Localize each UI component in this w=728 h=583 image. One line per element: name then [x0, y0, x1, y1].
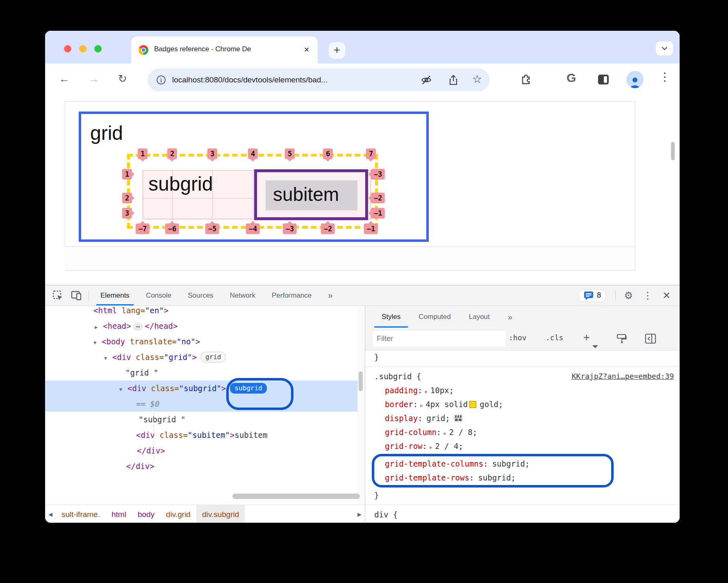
- stylesheet-source-link[interactable]: KKrajpZ?ani…pe=embed:39: [572, 369, 674, 383]
- collapse-icon[interactable]: ▼: [104, 351, 112, 366]
- toggle-element-classes[interactable]: .cls: [546, 333, 563, 342]
- tab-close-icon[interactable]: ✕: [301, 45, 312, 55]
- rule-separator: [365, 367, 680, 367]
- breadcrumb-item-iframe[interactable]: sult-iframe.: [56, 505, 106, 523]
- more-sidebar-tabs-icon[interactable]: »: [499, 306, 521, 328]
- dom-row-grid-text[interactable]: "grid ": [45, 365, 365, 380]
- grid-badge[interactable]: grid: [201, 352, 226, 362]
- grid-editor-icon[interactable]: [453, 414, 463, 422]
- share-icon[interactable]: [448, 74, 459, 86]
- dom-row-head[interactable]: ▶<head>⋯</head>: [45, 318, 365, 334]
- tab-sources[interactable]: Sources: [180, 285, 221, 305]
- dom-row-div-subgrid-selected[interactable]: ▼<div class="subgrid">subgrid: [45, 380, 365, 396]
- grid-label: grid: [90, 122, 123, 144]
- page-scrollbar-thumb[interactable]: [671, 142, 675, 160]
- breadcrumb-item-body[interactable]: body: [132, 505, 160, 523]
- back-button[interactable]: ←: [59, 73, 70, 85]
- profile-avatar[interactable]: [626, 71, 644, 88]
- css-property-display[interactable]: display:grid;: [365, 411, 680, 425]
- browser-tab[interactable]: Badges reference - Chrome De ✕: [131, 36, 318, 64]
- inspect-element-icon[interactable]: [52, 290, 63, 301]
- css-property-border[interactable]: border:▶4px solidgold;: [365, 397, 680, 411]
- rule-separator: [365, 505, 680, 505]
- grid-line-badge: 6: [323, 148, 333, 159]
- site-info-icon[interactable]: i: [157, 75, 166, 84]
- traffic-light-close[interactable]: [64, 45, 71, 52]
- expand-shorthand-icon[interactable]: ▶: [423, 389, 430, 394]
- new-tab-button[interactable]: +: [329, 42, 345, 59]
- rendering-emulations-icon[interactable]: [616, 333, 627, 344]
- gold-color-swatch[interactable]: [469, 401, 476, 408]
- expand-shorthand-icon[interactable]: ▶: [418, 403, 425, 408]
- elements-scrollbar-track[interactable]: [357, 306, 365, 505]
- css-property-grid-row[interactable]: grid-row:▶2 / 4;: [365, 439, 680, 453]
- subgrid-label: subgrid: [148, 173, 213, 195]
- dom-row-close-div[interactable]: </div>: [45, 458, 365, 474]
- elements-hscrollbar-thumb[interactable]: [232, 494, 360, 499]
- collapsed-content-icon[interactable]: ⋯: [133, 323, 143, 331]
- tab-performance[interactable]: Performance: [264, 285, 320, 305]
- reload-button[interactable]: ↻: [118, 73, 127, 85]
- tab-computed[interactable]: Computed: [410, 306, 460, 328]
- expand-shorthand-icon[interactable]: ▶: [427, 444, 435, 450]
- tab-elements[interactable]: Elements: [92, 285, 138, 305]
- styles-filter-input[interactable]: [373, 331, 505, 346]
- grid-line-badge: −7: [136, 223, 150, 234]
- styles-rules-list: } .subgrid { KKrajpZ?ani…pe=embed:39 pad…: [365, 350, 680, 523]
- grid-line-badge: −3: [371, 169, 385, 180]
- dom-row-subgrid-text[interactable]: "subgrid ": [45, 412, 365, 427]
- expand-icon[interactable]: ▶: [95, 319, 103, 335]
- css-property-grid-template-rows[interactable]: grid-template-rows:subgrid;: [374, 471, 611, 485]
- dom-row-close-div[interactable]: </div>: [45, 443, 365, 458]
- browser-menu-icon[interactable]: ⋮: [659, 70, 671, 84]
- collapse-icon[interactable]: ▼: [93, 335, 102, 351]
- elements-scrollbar-thumb[interactable]: [359, 371, 363, 391]
- new-style-rule-button[interactable]: +: [583, 331, 590, 343]
- expand-shorthand-icon[interactable]: ▶: [441, 430, 449, 436]
- breadcrumb: ◀ sult-iframe. html body div.grid div.su…: [45, 505, 365, 523]
- tab-console[interactable]: Console: [138, 285, 180, 305]
- device-toolbar-icon[interactable]: [71, 290, 82, 301]
- traffic-light-minimize[interactable]: [79, 45, 86, 52]
- tab-styles[interactable]: Styles: [373, 306, 410, 328]
- traffic-light-zoom[interactable]: [94, 45, 102, 52]
- tab-layout[interactable]: Layout: [460, 306, 499, 328]
- collapse-icon[interactable]: ▼: [119, 382, 127, 397]
- settings-gear-icon[interactable]: ⚙: [624, 290, 633, 301]
- dom-row-div-subitem[interactable]: <div class="subitem">subitem: [45, 427, 365, 443]
- styles-filter-bar: :hov .cls +: [365, 328, 680, 351]
- breadcrumb-item-div-grid[interactable]: div.grid: [160, 505, 196, 523]
- breadcrumb-left-icon[interactable]: ◀: [45, 511, 56, 517]
- css-property-padding[interactable]: padding:▶10px;: [365, 383, 680, 397]
- dom-row-html[interactable]: <html lang="en">: [45, 306, 365, 318]
- grid-line-badge: 4: [248, 148, 258, 159]
- breadcrumb-item-html[interactable]: html: [106, 505, 132, 523]
- eye-off-icon[interactable]: [421, 74, 432, 86]
- grid-line-badge: 3: [207, 148, 217, 159]
- url-bar[interactable]: i localhost:8080/docs/devtools/elements/…: [148, 68, 490, 91]
- css-property-grid-column[interactable]: grid-column:▶2 / 8;: [365, 425, 680, 439]
- extensions-puzzle-icon[interactable]: [520, 73, 532, 86]
- toggle-hover-state[interactable]: :hov: [509, 333, 526, 342]
- breadcrumb-item-div-subgrid[interactable]: div.subgrid: [196, 505, 245, 523]
- css-property-grid-template-columns[interactable]: grid-template-columns:subgrid;: [374, 457, 611, 471]
- side-panel-icon[interactable]: [598, 74, 609, 85]
- tab-search-button[interactable]: [656, 41, 673, 55]
- subgrid-badge[interactable]: subgrid: [230, 383, 266, 394]
- issues-counter-button[interactable]: 8: [578, 289, 606, 302]
- dom-row-div-grid[interactable]: ▼<div class="grid">grid: [45, 349, 365, 365]
- devtools-menu-icon[interactable]: ⋮: [643, 290, 653, 301]
- dom-row-body[interactable]: ▼<body translate="no">: [45, 334, 365, 349]
- bookmark-star-icon[interactable]: ☆: [472, 73, 484, 84]
- tab-network[interactable]: Network: [222, 285, 264, 305]
- url-text[interactable]: localhost:8080/docs/devtools/elements/ba…: [172, 75, 328, 84]
- toggle-computed-sidebar-icon[interactable]: [645, 333, 656, 344]
- new-style-rule-dropdown-icon[interactable]: [592, 342, 598, 348]
- google-g-icon[interactable]: G: [566, 71, 576, 85]
- devtools-close-icon[interactable]: ✕: [662, 290, 671, 301]
- breadcrumb-right-icon[interactable]: ▶: [354, 511, 365, 517]
- css-selector[interactable]: .subgrid {: [374, 369, 421, 383]
- next-rule-partial[interactable]: div {: [365, 508, 680, 522]
- forward-button[interactable]: →: [89, 73, 99, 85]
- more-tabs-icon[interactable]: »: [320, 285, 341, 305]
